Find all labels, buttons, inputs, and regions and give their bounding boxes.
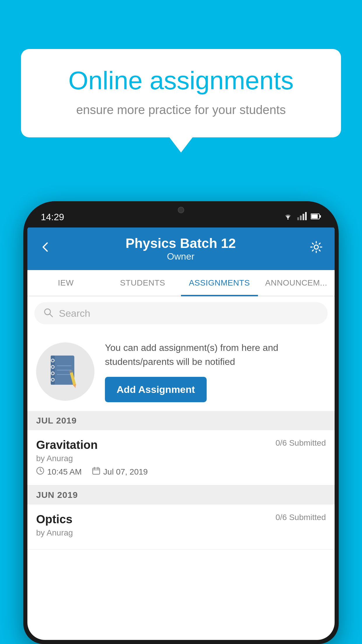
tab-announcements[interactable]: ANNOUNCEM...: [258, 270, 335, 296]
tab-iew[interactable]: IEW: [27, 270, 104, 296]
search-bar[interactable]: Search: [34, 302, 328, 324]
tab-assignments[interactable]: ASSIGNMENTS: [181, 270, 258, 296]
app-bar-center: Physics Batch 12 Owner: [126, 235, 236, 262]
svg-rect-7: [311, 214, 318, 218]
search-icon: [43, 307, 54, 319]
phone-screen: Physics Batch 12 Owner IEW STUDENTS ASSI…: [27, 227, 335, 640]
tabs-bar: IEW STUDENTS ASSIGNMENTS ANNOUNCEM...: [27, 270, 335, 296]
calendar-icon: [92, 467, 100, 477]
section-header-jul: JUL 2019: [27, 411, 335, 430]
assignment-item-gravitation[interactable]: Gravitation 0/6 Submitted by Anurag 10:4…: [27, 430, 335, 485]
assignment-meta: 10:45 AM Jul 07, 2019: [36, 467, 326, 477]
assignment-item-optics[interactable]: Optics 0/6 Submitted by Anurag: [27, 505, 335, 550]
svg-marker-20: [73, 384, 77, 388]
bubble-subtitle: ensure more practice for your students: [41, 103, 321, 117]
assignment-submitted: 0/6 Submitted: [275, 438, 326, 448]
assignment-name: Gravitation: [36, 438, 98, 452]
meta-date: Jul 07, 2019: [92, 467, 148, 477]
app-bar-subtitle: Owner: [126, 251, 236, 262]
svg-rect-4: [305, 212, 307, 220]
clock-icon: [36, 467, 44, 477]
empty-state-icon-bg: [36, 342, 94, 401]
assignment-author: by Anurag: [36, 454, 326, 463]
signal-icon: [297, 212, 307, 222]
speech-bubble: Online assignments ensure more practice …: [21, 49, 341, 137]
back-button[interactable]: [39, 240, 52, 257]
empty-state-text: You can add assignment(s) from here and …: [105, 341, 326, 402]
assignment-header-row: Gravitation 0/6 Submitted: [36, 438, 326, 452]
status-bar: 14:29: [23, 201, 339, 228]
app-bar: Physics Batch 12 Owner: [27, 227, 335, 270]
svg-point-0: [287, 218, 289, 220]
svg-rect-6: [320, 215, 321, 218]
svg-rect-23: [93, 468, 100, 474]
empty-state: You can add assignment(s) from here and …: [27, 330, 335, 411]
notebook-icon: [49, 354, 81, 389]
svg-rect-2: [300, 216, 302, 220]
notch: [152, 201, 210, 219]
app-bar-title: Physics Batch 12: [126, 235, 236, 251]
empty-state-desc: You can add assignment(s) from here and …: [105, 341, 326, 369]
search-container: Search: [27, 296, 335, 330]
svg-rect-3: [303, 214, 304, 220]
tab-students[interactable]: STUDENTS: [104, 270, 181, 296]
add-assignment-button[interactable]: Add Assignment: [105, 377, 207, 402]
battery-icon: [311, 212, 321, 222]
svg-point-8: [314, 245, 318, 249]
section-header-jun: JUN 2019: [27, 485, 335, 505]
status-icons: [283, 212, 321, 222]
phone-shell: 14:29: [23, 201, 339, 644]
assignment-name-optics: Optics: [36, 513, 72, 526]
svg-rect-1: [297, 217, 299, 220]
assignment-header-row-optics: Optics 0/6 Submitted: [36, 513, 326, 526]
camera: [178, 207, 184, 213]
meta-time: 10:45 AM: [36, 467, 82, 477]
search-placeholder: Search: [59, 308, 90, 319]
bubble-title: Online assignments: [41, 66, 321, 95]
status-time: 14:29: [41, 212, 64, 223]
settings-button[interactable]: [310, 240, 323, 257]
assignment-author-optics: by Anurag: [36, 528, 326, 538]
wifi-icon: [283, 212, 293, 222]
assignment-submitted-optics: 0/6 Submitted: [275, 513, 326, 522]
